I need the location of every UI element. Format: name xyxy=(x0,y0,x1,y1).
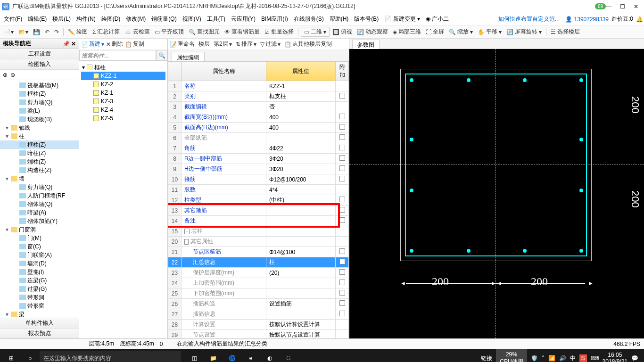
tree-node[interactable]: 端柱(Z) xyxy=(0,157,79,166)
dim-select[interactable]: ▭ 二维 ▾ xyxy=(301,27,330,37)
list-item[interactable]: ▾ 框柱 xyxy=(81,63,165,72)
tree-node[interactable]: 带形窗 xyxy=(0,302,79,310)
app-icon-3[interactable]: e xyxy=(241,349,260,362)
sort-button[interactable]: ⇅排序▾ xyxy=(236,40,256,48)
property-grid[interactable]: 属性名称属性值附加 1名称KZZ-12类别框支柱3截面编辑否4截面宽(B边)(m… xyxy=(168,61,349,338)
list-item[interactable]: KZZ-1 xyxy=(81,72,165,80)
property-row[interactable]: 22汇总信息柱 xyxy=(168,257,349,268)
nav-tab-draw[interactable]: 绘图输入 xyxy=(0,59,79,70)
menu-item[interactable]: 修改(M) xyxy=(123,14,149,24)
checkbox[interactable] xyxy=(339,155,345,161)
property-row[interactable]: 5截面高(H边)(mm)400 xyxy=(168,123,349,133)
property-row[interactable]: 7角筋4Φ22 xyxy=(168,143,349,154)
search-icon[interactable]: 🔍 xyxy=(156,50,167,61)
checkbox[interactable] xyxy=(339,259,345,264)
checkbox[interactable] xyxy=(339,145,345,150)
tree-node[interactable]: ▾柱 xyxy=(0,132,79,140)
close-icon[interactable]: ✕ xyxy=(634,3,638,10)
tree-node[interactable]: 带形洞 xyxy=(0,293,79,302)
menu-item[interactable]: 绘图(D) xyxy=(99,14,124,24)
tree-node[interactable]: ▾梁 xyxy=(0,310,79,318)
pin-icon[interactable]: 📌 ✕ xyxy=(63,41,76,47)
menu-item[interactable]: 云应用(Y) xyxy=(228,14,258,24)
property-row[interactable]: 29节点设置按默认节点设置计算 xyxy=(168,330,349,339)
property-row[interactable]: 12柱类型(中柱) xyxy=(168,195,349,206)
list-item[interactable]: KZ-3 xyxy=(81,97,165,106)
checkbox[interactable] xyxy=(339,269,345,275)
fullscreen-button[interactable]: ⛶ 全屏 xyxy=(424,27,446,37)
tree-node[interactable]: 框柱(Z) xyxy=(0,140,79,149)
open-icon[interactable]: 📂▾ xyxy=(17,28,30,36)
property-row[interactable]: 26插筋构造设置插筋 xyxy=(168,299,349,309)
checkbox[interactable] xyxy=(339,248,345,254)
cpu-meter[interactable]: 29%CPU使用 xyxy=(496,349,527,362)
tray-net-icon[interactable]: 📶 xyxy=(548,355,555,362)
tree-node[interactable]: 门联窗(A) xyxy=(0,251,79,259)
menu-item[interactable]: 版本号(B) xyxy=(351,14,381,24)
menu-item[interactable]: 帮助(H) xyxy=(327,14,352,24)
tree-node[interactable]: 壁龛(I) xyxy=(0,268,79,276)
rotate-button[interactable]: 🔃屏幕旋转▾ xyxy=(504,27,544,37)
menu-item[interactable]: 构件(N) xyxy=(74,14,99,24)
tree-node[interactable]: 墙洞(D) xyxy=(0,259,79,268)
app-icon-4[interactable]: ◐ xyxy=(260,349,279,362)
property-row[interactable]: 1名称KZZ-1 xyxy=(168,81,349,91)
menu-item[interactable]: BIM应用(I) xyxy=(258,14,291,24)
nav-single[interactable]: 单构件输入 xyxy=(0,318,79,328)
checkbox[interactable] xyxy=(339,114,345,119)
tree-node[interactable]: ▾门窗洞 xyxy=(0,225,79,234)
property-row[interactable]: 25下加密范围(mm) xyxy=(168,288,349,299)
search-input[interactable] xyxy=(79,50,156,61)
tree-node[interactable]: 砌体加筋(Y) xyxy=(0,217,79,225)
minimize-icon[interactable]: — xyxy=(606,3,611,10)
checkbox[interactable] xyxy=(339,124,345,130)
tree-node[interactable]: 连梁(G) xyxy=(0,276,79,285)
local3d-button[interactable]: ◈ 局部三维 xyxy=(391,27,423,37)
drawing-canvas[interactable]: ◄ ►◄ ► 200 200 200 200 xyxy=(349,49,644,338)
undo-icon[interactable]: ↶ xyxy=(43,28,51,36)
app-icon-1[interactable]: 📁 xyxy=(204,349,223,362)
property-row[interactable]: 8B边一侧中部筋3Φ20 xyxy=(168,154,349,164)
menu-user[interactable]: ◉ 广小二 xyxy=(423,14,452,25)
find-button[interactable]: 🔍查找图元 xyxy=(187,27,222,37)
menu-item[interactable]: 编辑(E) xyxy=(25,14,50,24)
draw-button[interactable]: ✏️绘图 xyxy=(66,27,90,37)
checkbox[interactable] xyxy=(339,93,345,99)
taskbar-search[interactable]: 在这里输入你要搜索的内容 xyxy=(40,351,181,362)
tray-s-icon[interactable]: S xyxy=(579,354,587,362)
bird-button[interactable]: 🔲俯视 xyxy=(330,27,354,37)
bell-icon[interactable]: 🔔 xyxy=(636,16,643,23)
checkbox[interactable] xyxy=(339,311,345,316)
view-tab[interactable]: 参数图 xyxy=(352,40,380,50)
tray-ime-icon[interactable]: 中 xyxy=(570,354,576,362)
help-link[interactable]: 如何快速布置自定义范.. xyxy=(498,15,558,23)
tree-node[interactable]: ▾轴线 xyxy=(0,123,79,132)
copyfrom-button[interactable]: 📋从其他楼层复制 xyxy=(284,40,332,48)
checkbox[interactable] xyxy=(339,165,345,171)
tree-node[interactable]: 剪力墙(Q) xyxy=(0,98,79,107)
filter-button[interactable]: ▽过滤▾ xyxy=(260,40,281,48)
expand-icon[interactable]: ⊕ xyxy=(3,72,8,78)
tree-node[interactable]: 构造柱(Z) xyxy=(0,166,79,174)
menu-item[interactable]: 钢筋量(Q) xyxy=(149,14,179,24)
save-icon[interactable]: 💾 xyxy=(31,28,42,36)
flat-button[interactable]: ▭ 平齐板顶 xyxy=(153,27,186,37)
list-item[interactable]: KZ-2 xyxy=(81,80,165,89)
cloud-button[interactable]: ☁️云检查 xyxy=(123,27,152,37)
tree-node[interactable]: 过梁(G) xyxy=(0,285,79,293)
menu-item[interactable]: 文件(F) xyxy=(1,14,25,24)
property-row[interactable]: 11肢数4*4 xyxy=(168,185,349,195)
checkbox[interactable] xyxy=(339,280,345,285)
property-row[interactable]: 28计算设置按默认计算设置计算 xyxy=(168,320,349,330)
checkbox[interactable] xyxy=(339,290,345,296)
checkbox[interactable] xyxy=(339,300,345,306)
sum-button[interactable]: Σ 汇总计算 xyxy=(91,27,122,37)
copy-button[interactable]: 📋复制 xyxy=(125,40,144,48)
property-row[interactable]: 24上加密范围(mm) xyxy=(168,278,349,288)
property-row[interactable]: 3截面编辑否 xyxy=(168,102,349,112)
tree-node[interactable]: 现浇板(B) xyxy=(0,115,79,123)
floor-select[interactable]: 第2层▾ xyxy=(214,40,232,48)
tree-node[interactable]: 梁(L) xyxy=(0,107,79,115)
dyn-button[interactable]: 🔄动态观察 xyxy=(355,27,390,37)
property-row[interactable]: 23保护层厚度(mm)(20) xyxy=(168,268,349,278)
